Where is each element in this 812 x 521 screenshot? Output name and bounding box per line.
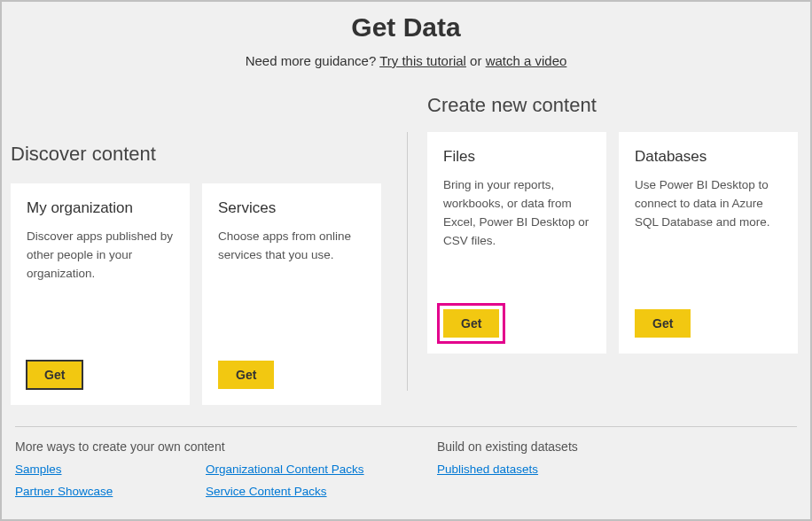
- card-title: Databases: [635, 148, 784, 166]
- discover-title: Discover content: [11, 143, 407, 166]
- card-desc: Bring in your reports, workbooks, or dat…: [443, 176, 592, 309]
- card-title: Services: [218, 199, 367, 217]
- existing-datasets-title: Build on existing datasets: [437, 439, 797, 454]
- card-title: My organization: [27, 199, 176, 217]
- get-button-my-organization[interactable]: Get: [27, 361, 82, 389]
- guidance-or: or: [466, 53, 486, 68]
- get-button-services[interactable]: Get: [218, 361, 274, 389]
- tutorial-link[interactable]: Try this tutorial: [379, 53, 466, 68]
- guidance-text: Need more guidance? Try this tutorial or…: [11, 53, 801, 68]
- guidance-prefix: Need more guidance?: [246, 53, 380, 68]
- card-services: Services Choose apps from online service…: [202, 183, 381, 405]
- card-databases: Databases Use Power BI Desktop to connec…: [619, 132, 798, 354]
- published-datasets-link[interactable]: Published datasets: [437, 463, 628, 476]
- video-link[interactable]: watch a video: [486, 53, 567, 68]
- service-content-packs-link[interactable]: Service Content Packs: [206, 485, 396, 498]
- create-title: Create new content: [427, 94, 597, 117]
- card-desc: Use Power BI Desktop to connect to data …: [635, 176, 784, 309]
- partner-showcase-link[interactable]: Partner Showcase: [15, 485, 206, 498]
- divider: [15, 426, 797, 427]
- get-button-databases[interactable]: Get: [635, 309, 691, 338]
- org-content-packs-link[interactable]: Organizational Content Packs: [206, 463, 396, 476]
- discover-section: Discover content My organization Discove…: [11, 95, 407, 405]
- card-desc: Choose apps from online services that yo…: [218, 228, 367, 361]
- page-title: Get Data: [11, 12, 801, 43]
- more-ways-title: More ways to create your own content: [15, 439, 406, 454]
- more-ways-section: More ways to create your own content Sam…: [15, 439, 406, 498]
- card-my-organization: My organization Discover apps published …: [11, 183, 190, 405]
- get-button-files[interactable]: Get: [443, 309, 499, 338]
- existing-datasets-section: Build on existing datasets Published dat…: [406, 439, 797, 498]
- card-desc: Discover apps published by other people …: [27, 228, 176, 361]
- card-files: Files Bring in your reports, workbooks, …: [427, 132, 606, 354]
- card-title: Files: [443, 148, 592, 166]
- create-section: Create new content Files Bring in your r…: [407, 132, 801, 391]
- samples-link[interactable]: Samples: [15, 463, 206, 476]
